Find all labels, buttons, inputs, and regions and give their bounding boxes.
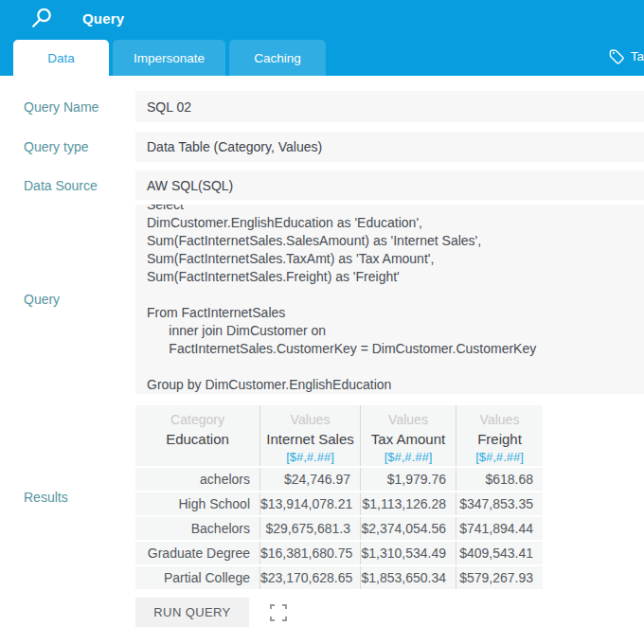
results-value-cell: $409,543.41 (456, 542, 543, 564)
tab-data[interactable]: Data (13, 40, 109, 76)
data-source-label: Data Source (0, 170, 135, 200)
titlebar: Query (0, 0, 644, 36)
results-column-header-tax-amount: ValuesTax Amount[$#,#.##] (360, 405, 456, 466)
query-type-label: Query type (0, 132, 135, 162)
tab-impersonate[interactable]: Impersonate (113, 40, 225, 76)
results-row: Graduate Degree$16,381,680.75$1,310,534.… (135, 542, 543, 564)
tag-button[interactable]: Ta (609, 36, 644, 76)
column-name-label: Education (135, 429, 259, 450)
results-category-cell: High School (135, 492, 259, 515)
results-value-cell: $24,746.97 (259, 468, 360, 491)
results-value-cell: $16,381,680.75 (259, 542, 360, 564)
query-sql-label: Query (0, 205, 135, 394)
results-row: Bachelors$29,675,681.3$2,374,054.56$741,… (135, 517, 543, 540)
results-value-cell: $1,310,534.49 (360, 542, 456, 564)
results-value-cell: $13,914,078.21 (259, 492, 360, 515)
query-name-label: Query Name (0, 91, 135, 122)
column-name-label: Tax Amount (361, 429, 456, 450)
results-row: Partial College$23,170,628.65$1,853,650.… (135, 566, 543, 589)
column-name-label: Internet Sales (260, 429, 360, 450)
search-icon (30, 7, 53, 29)
tag-icon (609, 48, 625, 64)
results-category-cell: Bachelors (135, 517, 259, 540)
results-value-cell: $1,113,126.28 (360, 492, 456, 515)
results-column-header-education: CategoryEducation (135, 405, 259, 466)
query-form: Query Name SQL 02 Query type Data Table … (0, 91, 644, 627)
results-value-cell: $347,853.35 (456, 492, 543, 515)
expand-icon[interactable] (270, 604, 287, 621)
results-column-header-freight: ValuesFreight[$#,#.##] (456, 405, 543, 466)
results-category-cell: achelors (135, 468, 259, 491)
page-title: Query (82, 10, 124, 27)
column-format-link[interactable]: [$#,#.##] (260, 450, 360, 467)
results-value-cell: $23,170,628.65 (259, 566, 360, 589)
results-value-cell: $1,853,650.34 (360, 566, 456, 589)
results-value-cell: $29,675,681.3 (259, 517, 360, 540)
query-editor-window: Query Data Impersonate Caching Ta Query … (0, 0, 644, 644)
column-group-label: Values (361, 410, 456, 429)
column-format-link (135, 450, 259, 467)
run-query-button[interactable]: RUN QUERY (135, 598, 249, 627)
column-group-label: Values (456, 410, 543, 429)
query-sql-text: Select DimCustomer.EnglishEducation as '… (147, 205, 633, 394)
results-category-cell: Partial College (135, 566, 259, 589)
results-value-cell: $579,267.93 (456, 566, 543, 589)
results-row: achelors$24,746.97$1,979.76$618.68 (135, 468, 543, 491)
query-sql-textarea[interactable]: Select DimCustomer.EnglishEducation as '… (135, 205, 644, 394)
tag-label: Ta (631, 49, 644, 63)
data-source-select[interactable]: AW SQL(SQL) (135, 170, 644, 200)
column-name-label: Freight (456, 429, 543, 450)
results-category-cell: Graduate Degree (135, 542, 259, 564)
tab-strip: Data Impersonate Caching Ta (0, 36, 644, 76)
results-value-cell: $741,894.44 (456, 517, 543, 540)
results-value-cell: $618.68 (456, 468, 543, 491)
tab-caching[interactable]: Caching (229, 40, 326, 76)
query-name-input[interactable]: SQL 02 (135, 91, 644, 122)
results-column-header-internet-sales: ValuesInternet Sales[$#,#.##] (259, 405, 360, 466)
column-group-label: Values (260, 410, 360, 429)
results-label: Results (0, 405, 135, 589)
results-value-cell: $2,374,054.56 (360, 517, 456, 540)
results-row: High School$13,914,078.21$1,113,126.28$3… (135, 492, 543, 515)
results-table: CategoryEducationValuesInternet Sales[$#… (135, 405, 543, 589)
column-group-label: Category (135, 410, 259, 429)
results-value-cell: $1,979.76 (360, 468, 456, 491)
query-type-select[interactable]: Data Table (Category, Values) (135, 132, 644, 162)
column-format-link[interactable]: [$#,#.##] (361, 450, 456, 467)
column-format-link[interactable]: [$#,#.##] (456, 450, 543, 467)
